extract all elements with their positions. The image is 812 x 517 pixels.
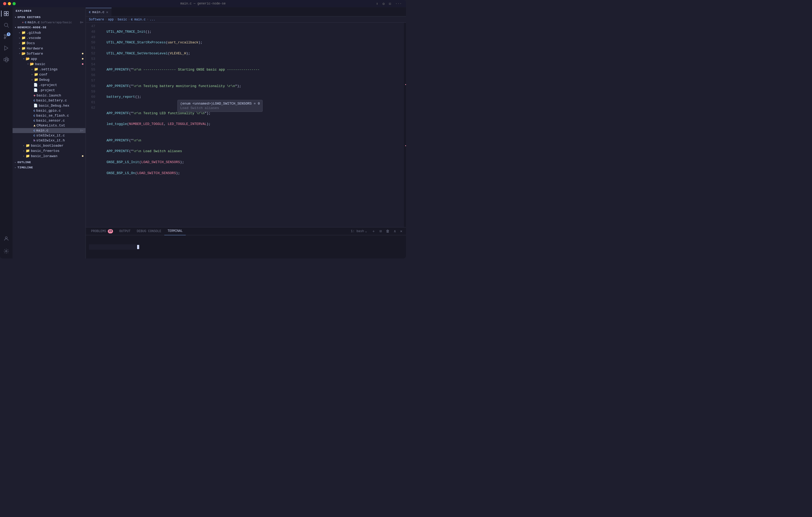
- activity-extensions[interactable]: [1, 54, 11, 65]
- breadcrumb-more[interactable]: ...: [150, 18, 155, 22]
- split-icon[interactable]: ⊡: [388, 1, 392, 6]
- tabs-bar: C main.c ✕: [86, 7, 406, 17]
- chevron-right-icon: ▸: [23, 149, 25, 152]
- close-button[interactable]: [3, 2, 6, 5]
- code-editor[interactable]: 47 48 49 50 51 52 53 54 55 56 57 58 59 6…: [86, 23, 406, 227]
- breadcrumb-basic[interactable]: basic: [118, 18, 127, 22]
- tree-item-label: Software: [27, 52, 43, 56]
- add-terminal-button[interactable]: ＋: [370, 229, 377, 234]
- tab-terminal[interactable]: TERMINAL: [164, 227, 186, 235]
- tab-output[interactable]: OUTPUT: [116, 227, 134, 235]
- tree-item-software[interactable]: ▾ 📂 Software: [12, 51, 86, 56]
- folder-icon: 📁: [34, 78, 38, 82]
- file-icon: 📄: [33, 103, 38, 108]
- chevron-right-icon: ▸: [23, 144, 25, 147]
- tab-debug-console[interactable]: DEBUG CONSOLE: [134, 227, 165, 235]
- tree-item-settings[interactable]: ▸ 📁 .settings: [12, 67, 86, 72]
- sidebar-header: Explorer: [12, 7, 86, 14]
- breadcrumb-app[interactable]: app: [108, 18, 114, 22]
- tree-item-cmakelists[interactable]: ▲ CMakeLists.txt: [12, 123, 86, 128]
- maximize-button[interactable]: [12, 2, 16, 5]
- timeline-label: Timeline: [18, 166, 33, 169]
- svg-marker-9: [5, 46, 8, 51]
- modified-dot: [82, 53, 83, 54]
- open-editor-main-c[interactable]: ✕ C main.c Software/app/basic 9+: [12, 20, 86, 25]
- tree-item-basic-battery[interactable]: C basic_battery.c: [12, 98, 86, 103]
- root-section[interactable]: ▾ Generic-Node-SE: [12, 25, 86, 30]
- open-editors-section[interactable]: ▾ Open Editors: [12, 14, 86, 20]
- file-c-icon: C: [33, 114, 35, 117]
- chevron-right-icon: ▸: [31, 73, 33, 76]
- split-terminal-button[interactable]: ⊡: [378, 229, 383, 234]
- outline-section[interactable]: ▸ Outline: [12, 160, 86, 165]
- tree-item-stm32-it-h[interactable]: h stm32wlxx_it.h: [12, 138, 86, 143]
- tree-item-label: basic_sensor.c: [36, 119, 65, 123]
- open-editor-badge: 9+: [80, 21, 83, 24]
- folder-icon: 📁: [22, 36, 26, 40]
- tree-item-basic[interactable]: ▾ 📂 basic: [12, 61, 86, 67]
- tree-item-github[interactable]: ▸ 📁 .github: [12, 30, 86, 35]
- kill-terminal-button[interactable]: 🗑: [384, 229, 391, 234]
- terminal-prompt: [89, 244, 139, 250]
- maximize-panel-button[interactable]: ∧: [392, 229, 397, 234]
- activity-source-control[interactable]: 3: [1, 31, 11, 42]
- tree-item-basic-gpio[interactable]: C basic_gpio.c: [12, 108, 86, 113]
- tree-item-vscode[interactable]: ▸ 📁 .vscode: [12, 35, 86, 40]
- activity-search[interactable]: [1, 20, 11, 30]
- svg-rect-2: [4, 14, 6, 16]
- tree-item-basic-freertos[interactable]: ▸ 📁 basic_freertos: [12, 148, 86, 153]
- terminal-content[interactable]: [86, 235, 406, 258]
- problems-label: PROBLEMS: [91, 230, 106, 233]
- minimize-button[interactable]: [8, 2, 11, 5]
- folder-icon: 📁: [26, 149, 30, 153]
- tree-item-basic-debug-hex[interactable]: 📄 basic_Debug.hex: [12, 103, 86, 108]
- tree-item-label: Hardware: [27, 47, 43, 51]
- terminal-input: [89, 244, 136, 250]
- breadcrumb-file[interactable]: main.c: [134, 18, 145, 22]
- tree-item-label: basic_Debug.hex: [39, 104, 69, 108]
- tree-item-basic-se-flash[interactable]: C basic_se_flash.c: [12, 113, 86, 118]
- breadcrumb-software[interactable]: Software: [89, 18, 104, 22]
- file-c-icon: C: [33, 109, 35, 112]
- tree-item-docs[interactable]: ▸ 📁 Docs: [12, 40, 86, 46]
- tree-item-project[interactable]: 📄 .project: [12, 88, 86, 93]
- tree-item-app[interactable]: ▾ 📂 app: [12, 56, 86, 61]
- problems-badge: 19: [108, 229, 113, 234]
- file-xml-icon: ◈: [33, 93, 36, 97]
- tree-item-basic-lorawan[interactable]: ▸ 📁 basic_lorawan: [12, 153, 86, 159]
- debug-icon[interactable]: ⚙: [381, 1, 385, 6]
- activity-explorer[interactable]: [1, 8, 11, 19]
- tree-item-label: .github: [27, 31, 41, 35]
- titlebar-actions: ⬇ ⚙ ⊡ ···: [375, 1, 403, 6]
- tree-item-cproject[interactable]: 📄 .cproject: [12, 82, 86, 88]
- source-control-badge: 3: [7, 32, 10, 36]
- tree-item-basic-bootloader[interactable]: ▸ 📁 basic_bootloader: [12, 143, 86, 148]
- activity-settings[interactable]: [1, 246, 11, 256]
- tab-close-button[interactable]: ✕: [106, 10, 108, 14]
- open-editors-label: Open Editors: [18, 16, 41, 19]
- tab-problems[interactable]: PROBLEMS 19: [88, 227, 116, 235]
- svg-rect-11: [6, 57, 7, 59]
- tree-item-conf[interactable]: ▸ 📁 conf: [12, 72, 86, 77]
- tab-main-c[interactable]: C main.c ✕: [86, 8, 112, 16]
- c-file-icon: C: [25, 21, 27, 24]
- timeline-section[interactable]: ▸ Timeline: [12, 165, 86, 170]
- tab-file-icon: C: [89, 11, 91, 14]
- activity-account[interactable]: [1, 234, 11, 244]
- editor-area: C main.c ✕ Software › app › basic › C ma…: [86, 7, 406, 258]
- tree-item-basic-launch[interactable]: ◈ basic.launch: [12, 93, 86, 98]
- tooltip-line2: Load Switch aliases: [180, 106, 260, 110]
- terminal-selector[interactable]: 1: bash ⌄: [349, 229, 369, 234]
- tree-item-stm32-it-c[interactable]: C stm32wlxx_it.c: [12, 133, 86, 138]
- activity-run-debug[interactable]: [1, 43, 11, 53]
- chevron-right-icon: ▸: [14, 161, 17, 164]
- open-editor-filename: main.c: [27, 20, 40, 24]
- chevron-right-icon: ▸: [23, 154, 25, 158]
- install-icon[interactable]: ⬇: [375, 1, 379, 6]
- tree-item-basic-sensor[interactable]: C basic_sensor.c: [12, 118, 86, 123]
- more-icon[interactable]: ···: [394, 1, 403, 6]
- tree-item-hardware[interactable]: ▸ 📁 Hardware: [12, 46, 86, 51]
- close-panel-button[interactable]: ✕: [399, 229, 404, 234]
- tree-item-main-c[interactable]: C main.c 9+: [12, 128, 86, 133]
- tree-item-debug[interactable]: ▸ 📁 Debug: [12, 77, 86, 82]
